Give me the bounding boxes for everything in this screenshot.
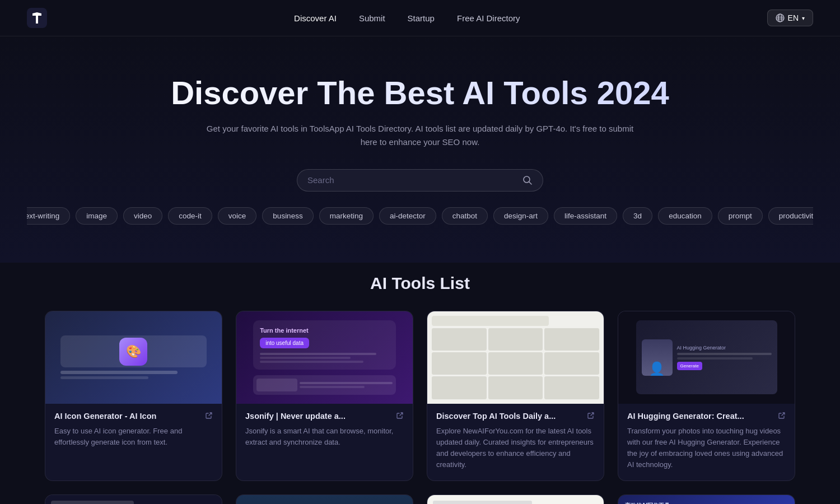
tool-card-tool-8[interactable]: 高效的AI写作工具 开始创作 AI Writing Tool [618,494,795,504]
search-input[interactable] [307,175,517,185]
nav-discover[interactable]: Discover AI [294,13,337,23]
logo[interactable] [27,8,47,28]
tool-card-title: AI Hugging Generator: Creat... [627,412,744,421]
external-link-icon [778,412,786,421]
tool-card-tool-5[interactable]: Reflection-70B: Hallucination-Free AI [45,494,222,504]
tool-card-thumbnail: 🎨 [45,311,222,404]
nav-free-ai-directory[interactable]: Free AI Directory [457,13,520,23]
tool-card-thumbnail: 高效的AI写作工具 开始创作 [618,495,795,504]
tool-card-title-row: Jsonify | Never update a... [245,412,404,421]
search-container [27,169,813,192]
tool-card-thumbnail [45,495,222,504]
tag-productivity[interactable]: productivity [768,207,813,225]
tool-card-tool-6[interactable]: Grief Quotes 50 Inspirational QuotesAbou… [236,494,413,504]
tag-marketing[interactable]: marketing [319,207,374,225]
tag-design-art[interactable]: design-art [493,207,548,225]
tool-card-body: Jsonify | Never update a... Jsonify is a… [236,404,413,458]
tool-card-thumbnail: Turn the internet into useful data [236,311,413,404]
tool-card-tool-2[interactable]: Turn the internet into useful data Jsoni… [236,311,413,482]
logo-icon [27,8,47,28]
tag-prompt[interactable]: prompt [718,207,763,225]
tool-card-title-row: AI Hugging Generator: Creat... [627,412,786,421]
tool-card-tool-3[interactable]: Discover Top AI Tools Daily a... Explore… [427,311,604,482]
tools-section: AI Tools List 🎨 AI Icon Generator - AI I… [0,263,840,504]
tool-card-title-row: AI Icon Generator - AI Icon [54,412,213,421]
external-link-icon [587,412,595,421]
tool-card-title: Discover Top AI Tools Daily a... [436,412,556,421]
tags-row: text-writingimagevideocode-itvoicebusine… [27,207,813,240]
search-icon [522,175,533,185]
hero-title: Discover The Best AI Tools 2024 [27,74,813,112]
globe-icon [776,13,785,22]
tools-section-title: AI Tools List [45,274,795,293]
tool-card-description: Transform your photos into touching hug … [627,426,786,471]
external-link-icon [205,412,213,421]
tag-life-assistant[interactable]: life-assistant [554,207,617,225]
tool-card-thumbnail: Grief Quotes 50 Inspirational QuotesAbou… [236,495,413,504]
navbar-links: Discover AI Submit Startup Free AI Direc… [294,13,520,23]
tool-card-tool-7[interactable]: SOLUS Crossword Puzzles Instantly with A… [427,494,604,504]
hero-section: Discover The Best AI Tools 2024 Get your… [0,36,840,263]
tool-card-title-row: Discover Top AI Tools Daily a... [436,412,595,421]
hero-subtitle: Get your favorite AI tools in ToolsApp A… [202,122,638,149]
external-link-icon [396,412,404,421]
tool-card-thumbnail [427,495,604,504]
nav-submit[interactable]: Submit [359,13,385,23]
tool-card-title: AI Icon Generator - AI Icon [54,412,156,421]
tag-chatbot[interactable]: chatbot [442,207,488,225]
tag-video[interactable]: video [123,207,162,225]
chevron-down-icon: ▾ [802,15,805,21]
tool-card-body: Discover Top AI Tools Daily a... Explore… [427,404,604,481]
tag-3d[interactable]: 3d [623,207,652,225]
tag-text-writing[interactable]: text-writing [27,207,70,225]
navbar: Discover AI Submit Startup Free AI Direc… [0,0,840,36]
tool-card-tool-1[interactable]: 🎨 AI Icon Generator - AI Icon Easy to us… [45,311,222,482]
tag-business[interactable]: business [262,207,313,225]
search-button[interactable] [522,175,533,185]
tool-card-description: Easy to use AI icon generator. Free and … [54,426,213,448]
tool-card-title: Jsonify | Never update a... [245,412,346,421]
tag-code-it[interactable]: code-it [168,207,212,225]
tag-image[interactable]: image [76,207,118,225]
language-selector[interactable]: EN ▾ [767,10,813,26]
tool-card-description: Explore NewAIForYou.com for the latest A… [436,426,595,471]
tool-card-description: Jsonify is a smart AI that can browse, m… [245,426,404,448]
lang-label: EN [788,13,799,22]
tool-card-thumbnail: 👤 AI Hugging Generator Generate [618,311,795,404]
tag-ai-detector[interactable]: ai-detector [379,207,436,225]
tool-card-tool-4[interactable]: 👤 AI Hugging Generator Generate AI Huggi… [618,311,795,482]
svg-line-7 [529,181,532,184]
tool-card-thumbnail [427,311,604,404]
tag-education[interactable]: education [658,207,712,225]
search-box [297,169,543,192]
nav-startup[interactable]: Startup [408,13,435,23]
tools-grid: 🎨 AI Icon Generator - AI Icon Easy to us… [45,311,795,504]
tool-card-body: AI Hugging Generator: Creat... Transform… [618,404,795,481]
tool-card-body: AI Icon Generator - AI Icon Easy to use … [45,404,222,458]
tag-voice[interactable]: voice [218,207,257,225]
